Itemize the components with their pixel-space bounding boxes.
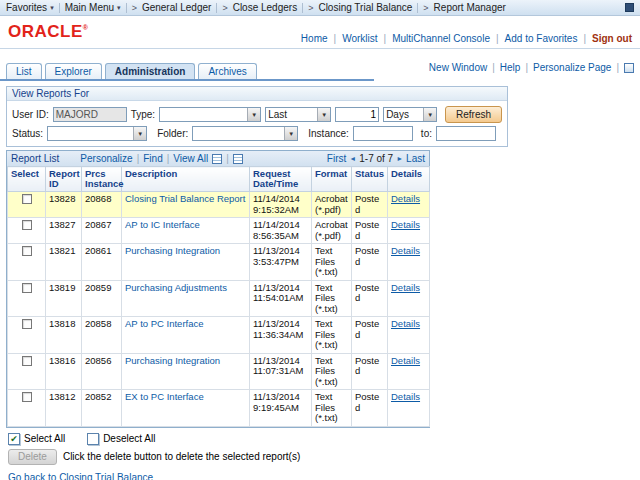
description-link[interactable]: AP to IC Interface xyxy=(125,219,200,230)
grid-pager: First ◄ 1-7 of 7 ► Last xyxy=(327,153,425,164)
sign-out-link[interactable]: Sign out xyxy=(592,33,632,44)
tab-archives[interactable]: Archives xyxy=(198,63,256,79)
home-link[interactable]: Home xyxy=(301,33,328,44)
instance-from-field[interactable] xyxy=(353,126,413,141)
breadcrumb-favorites[interactable]: Favorites ▾ xyxy=(6,2,54,13)
breadcrumb: Favorites ▾ Main Menu ▾ > General Ledger… xyxy=(0,0,640,16)
details-link[interactable]: Details xyxy=(391,355,420,366)
instance-to-field[interactable] xyxy=(436,126,496,141)
details-link[interactable]: Details xyxy=(391,193,420,204)
status-cell: Posted xyxy=(352,218,388,244)
add-to-favorites-link[interactable]: Add to Favorites xyxy=(505,33,578,44)
deselect-all-label[interactable]: Deselect All xyxy=(103,433,155,444)
tab-explorer[interactable]: Explorer xyxy=(45,63,102,79)
view-reports-for-groupbox: View Reports For User ID: Type: ▼ Last ▼… xyxy=(6,86,508,147)
status-select[interactable]: ▼ xyxy=(47,126,147,141)
request-datetime-cell: 11/13/2014 11:36:34AM xyxy=(250,317,312,354)
row-select-checkbox[interactable] xyxy=(22,356,32,366)
new-window-link[interactable]: New Window xyxy=(429,62,487,73)
details-link[interactable]: Details xyxy=(391,245,420,256)
personalize-page-link[interactable]: Personalize Page xyxy=(533,62,611,73)
grid-action-icon[interactable] xyxy=(233,154,243,164)
go-back-link[interactable]: Go back to Closing Trial Balance xyxy=(8,472,153,480)
details-link[interactable]: Details xyxy=(391,318,420,329)
folder-label: Folder: xyxy=(157,128,188,139)
details-link[interactable]: Details xyxy=(391,219,420,230)
row-select-checkbox[interactable] xyxy=(22,246,32,256)
tab-bar: List Explorer Administration Archives Ne… xyxy=(0,49,640,79)
prcs-instance-cell: 20852 xyxy=(82,390,122,427)
breadcrumb-item-closing-trial-balance[interactable]: Closing Trial Balance xyxy=(318,2,412,13)
last-select[interactable]: Last ▼ xyxy=(265,107,331,122)
select-all-icon[interactable]: ✔ xyxy=(8,433,20,445)
row-select-checkbox[interactable] xyxy=(22,283,32,293)
help-link[interactable]: Help xyxy=(500,62,521,73)
multichannel-console-link[interactable]: MultiChannel Console xyxy=(392,33,490,44)
download-to-excel-icon[interactable] xyxy=(212,154,222,164)
type-select[interactable]: ▼ xyxy=(159,107,261,122)
delete-button[interactable]: Delete xyxy=(8,449,57,465)
table-row: 13827 20867 AP to IC Interface 11/14/201… xyxy=(8,218,430,244)
request-datetime-cell: 11/13/2014 11:54:01AM xyxy=(250,280,312,317)
format-cell: Acrobat (*.pdf) xyxy=(312,218,352,244)
row-select-checkbox[interactable] xyxy=(22,220,32,230)
folder-select[interactable]: ▼ xyxy=(192,126,298,141)
last-count-field[interactable] xyxy=(335,107,379,122)
status-cell: Posted xyxy=(352,280,388,317)
dropdown-arrow-icon: ▼ xyxy=(317,108,330,121)
groupbox-title: View Reports For xyxy=(7,87,507,101)
previous-page-icon[interactable]: ◄ xyxy=(349,155,356,162)
window-icon[interactable] xyxy=(625,3,634,12)
refresh-button[interactable]: Refresh xyxy=(445,106,502,123)
breadcrumb-item-close-ledgers[interactable]: Close Ledgers xyxy=(233,2,297,13)
row-select-checkbox[interactable] xyxy=(22,319,32,329)
tab-list[interactable]: List xyxy=(6,63,42,79)
worklist-link[interactable]: Worklist xyxy=(342,33,377,44)
row-select-checkbox[interactable] xyxy=(22,392,32,402)
tab-underline xyxy=(0,79,374,81)
user-id-field[interactable] xyxy=(53,107,127,122)
description-link[interactable]: Purchasing Integration xyxy=(125,245,220,256)
description-link[interactable]: EX to PC Interface xyxy=(125,391,204,402)
copy-url-icon[interactable] xyxy=(624,63,634,73)
details-link[interactable]: Details xyxy=(391,391,420,402)
view-all-link[interactable]: View All xyxy=(173,153,208,164)
table-row: 13821 20861 Purchasing Integration 11/13… xyxy=(8,244,430,281)
days-select[interactable]: Days ▼ xyxy=(383,107,437,122)
status-cell: Posted xyxy=(352,192,388,218)
divider: | xyxy=(226,153,229,164)
divider: | xyxy=(496,33,499,44)
description-link[interactable]: Purchasing Integration xyxy=(125,355,220,366)
prcs-instance-cell: 20868 xyxy=(82,192,122,218)
description-link[interactable]: AP to PC Interface xyxy=(125,318,204,329)
format-cell: Acrobat (*.pdf) xyxy=(312,192,352,218)
next-page-icon[interactable]: ► xyxy=(396,155,403,162)
divider: | xyxy=(616,62,619,73)
report-id-cell: 13818 xyxy=(46,317,82,354)
pager-last-link[interactable]: Last xyxy=(406,153,425,164)
description-link[interactable]: Closing Trial Balance Report xyxy=(125,193,245,204)
find-link[interactable]: Find xyxy=(143,153,162,164)
details-link[interactable]: Details xyxy=(391,282,420,293)
status-cell: Posted xyxy=(352,390,388,427)
delete-hint: Click the delete button to delete the se… xyxy=(63,451,300,462)
request-datetime-cell: 11/14/2014 8:56:35AM xyxy=(250,218,312,244)
divider: | xyxy=(583,33,586,44)
row-select-checkbox[interactable] xyxy=(22,194,32,204)
breadcrumb-main-menu[interactable]: Main Menu ▾ xyxy=(65,2,121,13)
select-all-label[interactable]: Select All xyxy=(24,433,65,444)
table-row: 13812 20852 EX to PC Interface 11/13/201… xyxy=(8,390,430,427)
personalize-link[interactable]: Personalize xyxy=(80,153,132,164)
col-prcs-instance: Prcs Instance xyxy=(82,167,122,192)
divider: | xyxy=(137,153,140,164)
divider xyxy=(302,3,303,13)
breadcrumb-item-general-ledger[interactable]: General Ledger xyxy=(142,2,212,13)
description-link[interactable]: Purchasing Adjustments xyxy=(125,282,227,293)
type-label: Type: xyxy=(131,109,155,120)
format-cell: Text Files (*.txt) xyxy=(312,353,352,390)
divider xyxy=(126,3,127,13)
tab-administration[interactable]: Administration xyxy=(105,63,196,79)
col-select: Select xyxy=(8,167,46,192)
deselect-all-icon[interactable] xyxy=(87,433,99,445)
pager-first-link[interactable]: First xyxy=(327,153,346,164)
